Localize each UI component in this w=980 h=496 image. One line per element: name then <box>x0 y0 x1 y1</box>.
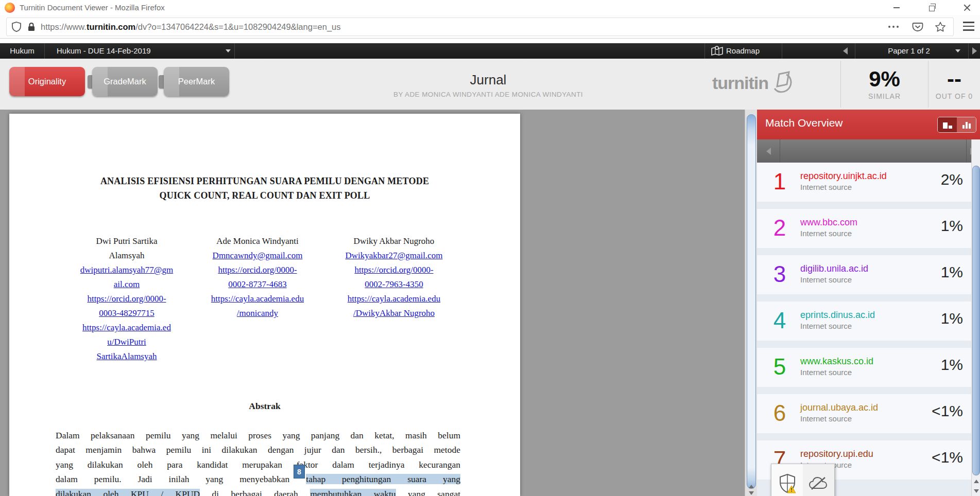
author-link[interactable]: https://orcid.org/0000- <box>218 265 297 275</box>
turnitin-logo-flag-icon <box>770 70 794 96</box>
panel-scrollbar[interactable] <box>971 139 980 496</box>
next-paper-icon[interactable] <box>972 47 977 55</box>
source-percent: <1% <box>932 402 963 420</box>
document-scrollbar[interactable] <box>745 110 758 496</box>
previous-paper-icon[interactable] <box>843 47 848 55</box>
body-text-segment: dapat menjamin bahwa pemilu ini dilakuka… <box>56 445 460 455</box>
author-link[interactable]: Dmncawndy@gmail.com <box>213 251 303 260</box>
tracking-protection-shield-icon[interactable] <box>12 22 21 32</box>
source-type-label: Internet source <box>800 322 875 330</box>
assignment-nav-bar: Hukum Hukum - DUE 14-Feb-2019 Roadmap Pa… <box>0 43 980 59</box>
author-link[interactable]: 0003-48297715 <box>99 308 154 318</box>
document-viewport: ANALISIS EFISIENSI PERHITUNGAN SUARA PEM… <box>0 110 980 496</box>
panel-scroll-up-button[interactable] <box>972 476 980 486</box>
turnitin-document-viewer-window: Turnitin Document Viewer - Mozilla Firef… <box>0 0 980 496</box>
abstract-heading: Abstrak <box>9 401 520 412</box>
author-link[interactable]: https://cayla.academia.ed <box>82 323 171 332</box>
document-scrollbar-thumb[interactable] <box>747 114 756 489</box>
source-type-label: Internet source <box>800 368 873 377</box>
match-source-row[interactable]: 5www.kaskus.co.idInternet source1% <box>757 348 971 387</box>
restore-button[interactable] <box>919 0 944 15</box>
defender-shield-button[interactable]: ! <box>771 464 803 496</box>
grade-value: -- <box>929 68 980 91</box>
match-source-row[interactable]: 4eprints.dinus.ac.idInternet source1% <box>757 302 971 341</box>
author-name: Dwi Putri Sartika <box>65 234 188 249</box>
author-link[interactable]: https://cayla.academia.edu <box>348 294 440 304</box>
author-link[interactable]: dwiputri.alamsyah77@gm <box>80 265 173 275</box>
bookmark-star-icon[interactable] <box>935 21 946 32</box>
paper-pager[interactable]: Paper 1 of 2 <box>855 43 963 59</box>
author-link[interactable]: https://orcid.org/0000- <box>87 294 166 304</box>
author-link[interactable]: https://cayla.academia.edu <box>211 294 304 304</box>
tab-originality[interactable]: Originality <box>9 67 85 96</box>
source-domain: digilib.unila.ac.id <box>800 263 868 274</box>
match-source-row[interactable]: 1repository.uinjkt.ac.idInternet source2… <box>757 163 971 202</box>
tab-grademark[interactable]: GradeMark <box>92 67 158 96</box>
roadmap-button[interactable]: Roadmap <box>726 43 760 59</box>
highlighted-match-text[interactable]: dilakukan oleh KPU / KPUD <box>56 489 200 496</box>
match-source-row[interactable]: 2www.bbc.comInternet source1% <box>757 209 971 248</box>
page-actions-icon[interactable] <box>888 26 899 28</box>
firefox-icon <box>5 3 15 13</box>
window-title: Turnitin Document Viewer - Mozilla Firef… <box>20 0 165 15</box>
source-percent: 2% <box>941 171 963 188</box>
author-link[interactable]: u/DwiPutri <box>107 337 146 347</box>
author-link[interactable]: https://orcid.org/0000- <box>354 265 433 275</box>
url-text[interactable]: https://www.turnitin.com/dv?o=1347064224… <box>41 22 341 32</box>
graph-view-icon[interactable] <box>957 117 976 132</box>
scroll-up-button[interactable] <box>745 483 758 489</box>
author-link[interactable]: /DwikyAkbar Nugroho <box>353 308 435 318</box>
source-number: 2 <box>767 213 792 243</box>
cloud-offline-button[interactable] <box>803 464 834 496</box>
body-text-segment: yang dilakukan oleh para kandidat merupa… <box>56 459 460 470</box>
source-type-label: Internet source <box>800 183 887 191</box>
tab-peermark[interactable]: PeerMark <box>164 67 229 96</box>
match-source-row[interactable]: 6journal.ubaya.ac.idInternet source<1% <box>757 394 971 433</box>
lock-icon[interactable] <box>27 22 36 31</box>
viewer-toolbar: Originality GradeMark PeerMark Jurnal BY… <box>0 59 980 110</box>
assignment-selector[interactable]: Hukum - DUE 14-Feb-2019 <box>57 43 151 59</box>
class-tab[interactable]: Hukum <box>0 43 44 59</box>
url-bar[interactable]: https://www.turnitin.com/dv?o=1347064224… <box>6 17 954 36</box>
author-link[interactable]: SartikaAlamsyah <box>96 351 157 361</box>
source-type-label: Internet source <box>800 414 878 423</box>
source-number: 5 <box>767 352 792 382</box>
turnitin-logo: turnitin <box>712 70 794 96</box>
author-link[interactable]: ail.com <box>114 279 140 289</box>
source-number: 3 <box>767 259 792 289</box>
abstract-body: Dalam pelaksanaan pemilu yang melalui pr… <box>56 428 460 496</box>
highlighted-match-text[interactable]: tahap penghitungan suara yang <box>306 474 460 484</box>
match-overview-view-icon[interactable] <box>938 117 957 132</box>
match-marker-badge[interactable]: 8 <box>294 465 305 479</box>
grade-score: -- OUT OF 0 <box>929 68 980 100</box>
similarity-score: 9% SIMILAR <box>841 68 928 100</box>
pocket-icon[interactable] <box>912 21 923 32</box>
previous-match-icon[interactable] <box>766 148 771 155</box>
scroll-down-button[interactable] <box>745 490 758 496</box>
body-text-segment: yang sangat <box>396 489 461 496</box>
highlighted-match-text[interactable]: membutuhkan waktu <box>310 489 396 496</box>
document-title: ANALISIS EFISIENSI PERHITUNGAN SUARA PEM… <box>9 174 520 203</box>
panel-scroll-down-button[interactable] <box>972 486 980 495</box>
author-link[interactable]: 0002-8737-4683 <box>228 279 286 289</box>
assignment-dropdown-icon[interactable] <box>226 49 231 52</box>
defender-shield-icon: ! <box>778 473 797 494</box>
body-text-segment: Dalam pelaksanaan pemilu yang melalui pr… <box>56 430 460 440</box>
paper-title: Jurnal <box>385 72 591 88</box>
svg-text:!: ! <box>790 487 792 493</box>
match-overview-header: Match Overview <box>757 110 980 139</box>
close-button[interactable] <box>954 0 980 15</box>
author-link[interactable]: /monicandy <box>237 308 278 318</box>
author-link[interactable]: Dwikyakbar27@gmail.com <box>346 251 443 260</box>
match-source-row[interactable]: 3digilib.unila.ac.idInternet source1% <box>757 255 971 294</box>
panel-scrollbar-thumb[interactable] <box>972 166 980 475</box>
source-percent: 1% <box>941 217 963 235</box>
view-mode-switcher <box>937 117 976 133</box>
paper-dropdown-icon[interactable] <box>955 49 960 52</box>
menu-icon[interactable] <box>963 22 974 31</box>
minimize-button[interactable] <box>884 0 909 15</box>
author-name: Dwiky Akbar Nugroho <box>332 234 456 249</box>
author-name: Ade Monica Windyanti <box>196 234 319 249</box>
source-percent: 1% <box>941 356 963 374</box>
author-link[interactable]: 0002-7963-4350 <box>365 279 423 289</box>
